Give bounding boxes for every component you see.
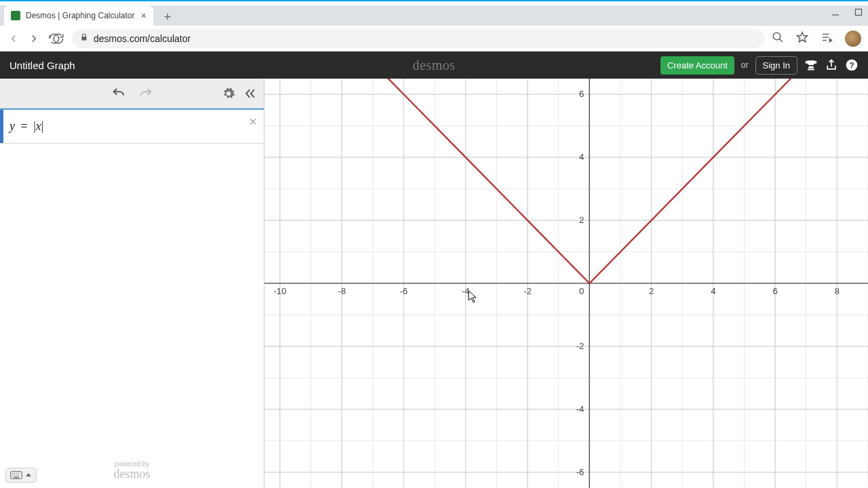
svg-text:-6: -6	[400, 286, 408, 296]
expression-sidebar: y = |x| × powered by desmos	[0, 79, 264, 488]
svg-point-19	[18, 475, 20, 476]
collapse-sidebar-icon[interactable]	[243, 87, 257, 100]
svg-line-3	[779, 39, 783, 42]
graph-canvas[interactable]: -10-8-6-4-22468-6-4-22460	[264, 79, 868, 488]
browser-toolbar: desmos.com/calculator	[0, 26, 868, 52]
profile-avatar[interactable]	[845, 30, 861, 47]
sign-in-button[interactable]: Sign In	[755, 56, 797, 75]
svg-marker-21	[26, 473, 31, 476]
svg-text:-10: -10	[273, 286, 286, 296]
svg-rect-1	[856, 9, 862, 16]
media-control-icon[interactable]	[821, 31, 833, 46]
svg-text:6: 6	[772, 286, 777, 296]
keyboard-toggle[interactable]	[5, 468, 37, 483]
url-text: desmos.com/calculator	[94, 33, 191, 44]
svg-point-18	[16, 475, 18, 476]
svg-marker-8	[830, 39, 832, 42]
svg-text:-4: -4	[576, 404, 585, 414]
svg-text:2: 2	[579, 215, 584, 225]
redo-icon[interactable]	[138, 86, 153, 101]
svg-point-2	[773, 33, 781, 40]
undo-icon[interactable]	[111, 86, 126, 101]
svg-point-15	[18, 473, 20, 474]
svg-text:0: 0	[579, 286, 584, 296]
browser-tab-active[interactable]: Desmos | Graphing Calculator ×	[4, 5, 153, 26]
tab-close-icon[interactable]: ×	[141, 10, 146, 21]
delete-expression-icon[interactable]: ×	[249, 114, 257, 129]
share-icon[interactable]	[825, 58, 838, 72]
svg-text:8: 8	[835, 286, 840, 296]
svg-text:-4: -4	[462, 286, 470, 296]
create-account-button[interactable]: Create Account	[660, 56, 734, 75]
address-bar[interactable]: desmos.com/calculator	[72, 29, 765, 48]
svg-text:-2: -2	[524, 286, 532, 296]
svg-text:-6: -6	[576, 467, 585, 477]
svg-rect-20	[14, 477, 19, 479]
svg-text:4: 4	[711, 286, 715, 296]
reload-icon-alt[interactable]	[52, 32, 65, 45]
svg-point-17	[14, 475, 16, 476]
expression-text: y = |x|	[9, 119, 43, 134]
svg-text:?: ?	[849, 60, 854, 69]
svg-point-12	[12, 473, 14, 474]
svg-text:6: 6	[579, 89, 584, 99]
window-controls	[831, 8, 863, 18]
help-icon[interactable]: ?	[845, 58, 859, 72]
bookmark-star-icon[interactable]	[796, 31, 808, 46]
minimize-button[interactable]	[831, 8, 840, 18]
browser-tabstrip: Desmos | Graphing Calculator × +	[0, 5, 868, 26]
powered-by: powered by desmos	[114, 460, 151, 481]
nav-back-icon[interactable]	[7, 32, 20, 45]
or-text: or	[741, 60, 749, 70]
svg-text:2: 2	[649, 286, 654, 296]
svg-point-14	[16, 473, 18, 474]
app-header: Untitled Graph desmos Create Account or …	[0, 52, 868, 79]
svg-text:-2: -2	[576, 341, 585, 351]
tab-title: Desmos | Graphing Calculator	[26, 11, 137, 20]
settings-gear-icon[interactable]	[222, 87, 235, 100]
expression-row[interactable]: y = |x| ×	[0, 108, 264, 144]
nav-forward-icon[interactable]	[27, 32, 41, 45]
zoom-icon[interactable]	[772, 31, 784, 46]
trophy-icon[interactable]	[804, 58, 818, 72]
graph-title[interactable]: Untitled Graph	[9, 60, 75, 71]
svg-point-16	[12, 475, 14, 476]
svg-text:4: 4	[579, 152, 584, 162]
sidebar-toolbar	[0, 79, 264, 108]
brand-logo: desmos	[413, 58, 456, 73]
new-tab-button[interactable]: +	[159, 8, 176, 26]
svg-marker-4	[797, 32, 808, 41]
maximize-button[interactable]	[854, 8, 863, 18]
svg-text:-8: -8	[338, 286, 346, 296]
lock-icon	[80, 33, 88, 43]
svg-point-13	[14, 473, 16, 474]
tab-favicon	[11, 11, 20, 20]
